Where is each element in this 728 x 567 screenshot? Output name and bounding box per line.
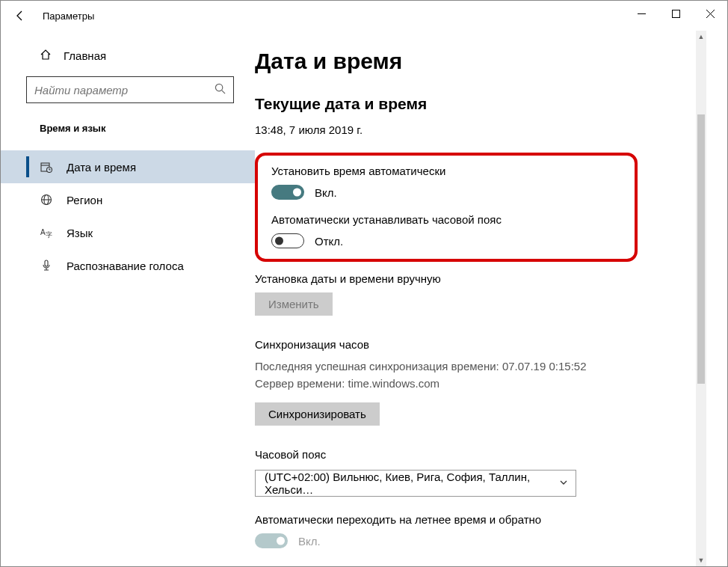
sidebar-item-datetime[interactable]: Дата и время bbox=[1, 150, 255, 183]
svg-rect-16 bbox=[45, 260, 48, 266]
back-button[interactable] bbox=[14, 10, 35, 22]
sidebar-item-label: Язык bbox=[67, 227, 93, 239]
scrollbar-thumb[interactable] bbox=[697, 114, 705, 384]
home-icon bbox=[40, 49, 52, 63]
sidebar-item-region[interactable]: Регион bbox=[1, 183, 255, 216]
svg-text:字: 字 bbox=[46, 231, 52, 239]
home-link[interactable]: Главная bbox=[26, 43, 234, 76]
current-datetime-value: 13:48, 7 июля 2019 г. bbox=[255, 123, 638, 136]
search-input[interactable] bbox=[34, 84, 215, 96]
maximize-button[interactable] bbox=[658, 1, 693, 26]
current-datetime-heading: Текущие дата и время bbox=[255, 95, 638, 113]
dst-label: Автоматически переходить на летнее время… bbox=[255, 513, 638, 526]
globe-icon bbox=[40, 194, 53, 206]
sync-server: Сервер времени: time.windows.com bbox=[255, 376, 638, 393]
change-button: Изменить bbox=[255, 292, 333, 316]
sidebar-item-language[interactable]: A字 Язык bbox=[1, 216, 255, 249]
minimize-button[interactable] bbox=[624, 1, 658, 26]
page-title: Дата и время bbox=[255, 49, 638, 74]
language-icon: A字 bbox=[40, 227, 53, 239]
sync-heading: Синхронизация часов bbox=[255, 338, 638, 351]
auto-time-label: Установить время автоматически bbox=[271, 165, 621, 177]
search-input-wrapper[interactable] bbox=[26, 76, 234, 103]
auto-time-toggle[interactable] bbox=[271, 185, 304, 200]
highlight-annotation: Установить время автоматически Вкл. Авто… bbox=[255, 153, 638, 262]
auto-tz-state: Откл. bbox=[315, 235, 343, 248]
auto-tz-label: Автоматически устанавливать часовой пояс bbox=[271, 213, 621, 226]
timezone-value: (UTC+02:00) Вильнюс, Киев, Рига, София, … bbox=[265, 471, 559, 496]
auto-tz-toggle[interactable] bbox=[271, 233, 304, 248]
close-button[interactable] bbox=[693, 1, 727, 26]
sidebar-item-speech[interactable]: Распознавание голоса bbox=[1, 249, 255, 282]
sidebar-item-label: Регион bbox=[67, 194, 102, 206]
svg-text:A: A bbox=[40, 228, 46, 236]
svg-rect-1 bbox=[672, 10, 679, 17]
home-label: Главная bbox=[64, 49, 106, 62]
sync-now-button[interactable]: Синхронизировать bbox=[255, 402, 380, 426]
sidebar-item-label: Распознавание голоса bbox=[67, 260, 184, 272]
sidebar-section: Время и язык bbox=[26, 123, 234, 134]
scrollbar[interactable]: ▲ ▼ bbox=[696, 31, 706, 566]
window-title: Параметры bbox=[43, 10, 94, 22]
tz-heading: Часовой пояс bbox=[255, 448, 638, 461]
scroll-up-arrow[interactable]: ▲ bbox=[696, 31, 706, 43]
sidebar-item-label: Дата и время bbox=[67, 161, 136, 174]
calendar-clock-icon bbox=[40, 161, 53, 173]
dst-toggle[interactable] bbox=[255, 533, 288, 548]
svg-point-4 bbox=[215, 84, 222, 91]
timezone-dropdown[interactable]: (UTC+02:00) Вильнюс, Киев, Рига, София, … bbox=[255, 470, 576, 497]
auto-time-state: Вкл. bbox=[315, 186, 337, 199]
chevron-down-icon bbox=[559, 478, 568, 489]
scroll-down-arrow[interactable]: ▼ bbox=[696, 554, 706, 566]
sync-last: Последняя успешная синхронизация времени… bbox=[255, 358, 638, 376]
search-icon bbox=[215, 83, 226, 97]
manual-set-label: Установка даты и времени вручную bbox=[255, 272, 638, 285]
dst-state: Вкл. bbox=[298, 535, 321, 548]
svg-line-5 bbox=[222, 90, 225, 93]
microphone-icon bbox=[40, 260, 53, 272]
